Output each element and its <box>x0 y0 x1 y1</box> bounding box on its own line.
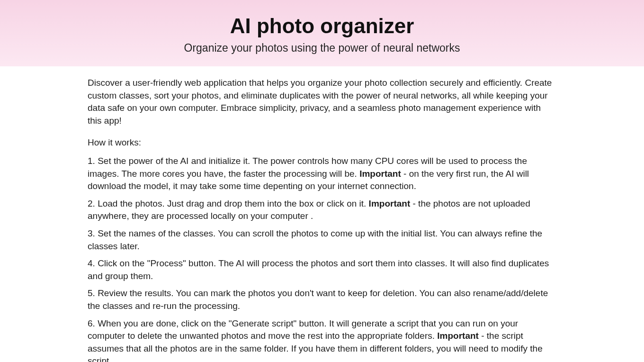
page-subtitle: Organize your photos using the power of … <box>9 42 635 54</box>
page-title: AI photo organizer <box>9 14 635 38</box>
how-it-works-heading: How it works: <box>88 136 556 149</box>
important-label: Important <box>437 331 479 341</box>
important-label: Important <box>359 169 401 179</box>
step-item: Set the names of the classes. You can sc… <box>88 227 556 253</box>
step-item: Load the photos. Just drag and drop them… <box>88 198 556 223</box>
step-text-pre: Load the photos. Just drag and drop them… <box>98 199 368 208</box>
intro-paragraph: Discover a user-friendly web application… <box>88 77 556 127</box>
main-content: Discover a user-friendly web application… <box>0 66 644 362</box>
important-label: Important <box>369 199 411 208</box>
steps-list: Set the power of the AI and initialize i… <box>88 155 556 362</box>
step-item: Set the power of the AI and initialize i… <box>88 155 556 193</box>
step-text-pre: Review the results. You can mark the pho… <box>88 288 548 311</box>
step-item: When you are done, click on the "Generat… <box>88 317 556 362</box>
hero-banner: AI photo organizer Organize your photos … <box>0 0 644 66</box>
step-item: Review the results. You can mark the pho… <box>88 287 556 312</box>
step-text-pre: Click on the "Process" button. The AI wi… <box>88 258 549 281</box>
step-text-pre: Set the names of the classes. You can sc… <box>88 228 542 251</box>
step-item: Click on the "Process" button. The AI wi… <box>88 257 556 282</box>
